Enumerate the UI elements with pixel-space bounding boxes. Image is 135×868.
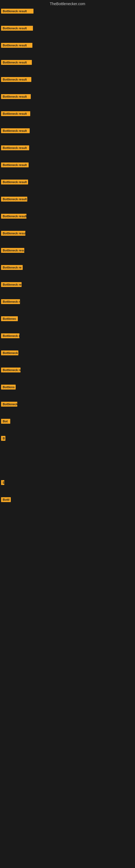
list-item: Bottleneck result (0, 179, 135, 186)
list-item: Bottleneck result (0, 59, 135, 66)
bottleneck-result-badge[interactable]: Bottleneck result (1, 77, 31, 82)
bottleneck-result-badge[interactable]: Bot (1, 419, 10, 424)
list-item: Bottlens (0, 383, 135, 391)
bottleneck-result-badge[interactable]: Bottleneck r (1, 299, 20, 304)
bottleneck-result-badge[interactable]: Bottleneck r (1, 333, 19, 338)
list-item: Bottleneck result (0, 161, 135, 169)
list-item: Bottleneck result (0, 8, 135, 15)
bottleneck-result-badge[interactable]: Bottleneck result (1, 145, 29, 150)
list-item: Bottleneck result (0, 110, 135, 118)
list-item: Bottlenec (0, 315, 135, 323)
bottleneck-result-badge[interactable]: Bottleneck result (1, 248, 24, 253)
list-item: Bottleneck result (0, 76, 135, 84)
bottleneck-result-badge[interactable]: Bottl (1, 497, 11, 502)
list-item: Bottleneck res (0, 367, 135, 374)
list-item: Bottleneck r (0, 298, 135, 306)
list-item: Bottleneck (0, 401, 135, 408)
list-item: Bottleneck result (0, 230, 135, 237)
bottleneck-result-badge[interactable]: Bottleneck (1, 350, 18, 355)
list-item: B (0, 435, 135, 442)
bottleneck-result-badge[interactable]: Bottleneck result (1, 231, 26, 236)
list-item: Bottleneck result (0, 25, 135, 32)
bottleneck-result-badge[interactable]: Bottleneck result (1, 197, 27, 202)
bottleneck-result-badge[interactable]: Bottleneck (1, 402, 17, 407)
list-item: Bot (0, 418, 135, 425)
bottleneck-result-badge[interactable]: Bottleneck res (1, 368, 20, 372)
bottleneck-result-badge[interactable]: Bottleneck result (1, 94, 31, 99)
bottleneck-result-badge[interactable]: Bottleneck result (1, 111, 30, 116)
list-item: Bottleneck result (0, 213, 135, 220)
bottleneck-list: Bottleneck resultBottleneck resultBottle… (0, 8, 135, 504)
list-item: Bottleneck result (0, 42, 135, 50)
bottleneck-result-badge[interactable]: Bottlenec (1, 316, 18, 321)
list-item: Bottleneck result (0, 144, 135, 152)
list-item (0, 452, 135, 457)
list-item: Bottleneck re (0, 264, 135, 272)
bottleneck-result-badge[interactable]: Bottleneck result (1, 60, 32, 65)
list-item: Bottleneck result (0, 195, 135, 203)
bottleneck-result-badge[interactable]: Bottleneck result (1, 180, 28, 184)
site-header: TheBottlenecker.com (0, 0, 135, 8)
list-item: Bottleneck (0, 349, 135, 357)
list-item: Bottleneck result (0, 281, 135, 289)
list-item: Bottl (0, 496, 135, 504)
list-item: Bottleneck result (0, 247, 135, 254)
list-item: Bottleneck r (0, 332, 135, 340)
bottleneck-result-badge[interactable]: Bottleneck result (1, 9, 34, 13)
list-item: Bottleneck result (0, 127, 135, 135)
list-item: Bottleneck result (0, 93, 135, 101)
bottleneck-result-badge[interactable]: Bottleneck re (1, 265, 23, 270)
bottleneck-result-badge[interactable]: Bottleneck result (1, 282, 21, 287)
bottleneck-result-badge[interactable]: B (1, 436, 5, 441)
bottleneck-result-badge[interactable]: Bottleneck result (1, 162, 29, 167)
bottleneck-result-badge[interactable]: Bottleneck result (1, 43, 32, 48)
site-title: TheBottlenecker.com (0, 0, 135, 8)
bottleneck-result-badge[interactable]: Bottleneck result (1, 128, 30, 133)
bottleneck-result-badge[interactable]: Bottleneck result (1, 26, 33, 31)
bottleneck-result-badge[interactable]: Bottlens (1, 384, 16, 390)
bottleneck-result-badge[interactable]: E (1, 480, 4, 485)
list-item: E (0, 479, 135, 487)
bottleneck-result-badge[interactable]: Bottleneck result (1, 214, 27, 219)
